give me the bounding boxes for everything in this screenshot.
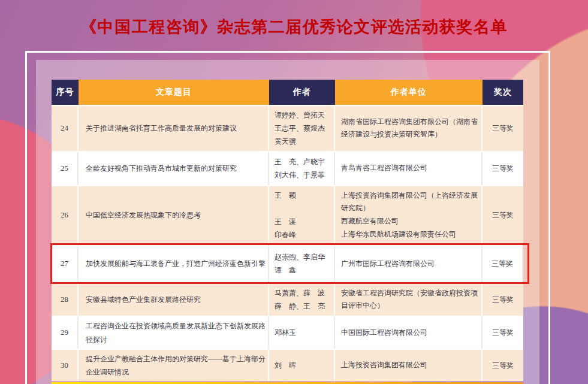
author-organization: 上海投资咨询集团有限公司	[335, 350, 483, 381]
author-organization: 广州市国际工程咨询有限公司	[335, 245, 483, 282]
table-row: 28 安徽县域特色产业集群发展路径研究 马萧萧、薛 波 薛 静、王 亮 安徽省工…	[52, 282, 523, 316]
article-title: 提升企业产教融合主体作用的对策研究——基于上海部分企业调研情况	[79, 350, 269, 381]
award-level: 三等奖	[483, 317, 523, 348]
award-level: 三等奖	[483, 186, 523, 244]
author-organization: 湖南省国际工程咨询集团有限公司（湖南省经济建设与投资决策研究智库）	[335, 106, 483, 151]
column-header: 文章题目	[79, 80, 269, 105]
authors: 王 颖 王 谋 印春峰	[269, 186, 335, 244]
column-header: 作者	[269, 80, 335, 105]
table-row: 29 工程咨询企业在投资领域高质量发展新业态下创新发展路径探讨 邓林玉 中国国际…	[52, 316, 523, 348]
author-organization: 上海投资咨询集团有限公司（上咨经济发展研究院） 西藏航空有限公司 上海华东民航机…	[335, 186, 483, 244]
table-header-row: 序号文章题目作者作者单位奖次	[52, 80, 523, 105]
table-row: 24 关于推进湖南省托育工作高质量发展的对策建议 谭婷婷、曾拓天 王志平、蔡煜杰…	[52, 105, 523, 151]
column-header: 奖次	[483, 80, 523, 105]
row-number: 25	[52, 152, 79, 185]
article-title: 工程咨询企业在投资领域高质量发展新业态下创新发展路径探讨	[79, 317, 269, 348]
award-level: 三等奖	[483, 350, 523, 381]
authors: 王 亮、卢晓宇 刘大伟、于景菲	[269, 152, 335, 185]
award-level: 三等奖	[483, 283, 523, 316]
table-row: 27 加快发展船舶与海工装备产业，打造广州经济蓝色新引擎 赵崇煦、李启华 谭 鑫…	[52, 244, 523, 282]
table-body: 24 关于推进湖南省托育工作高质量发展的对策建议 谭婷婷、曾拓天 王志平、蔡煜杰…	[52, 105, 523, 381]
article-title: 关于推进湖南省托育工作高质量发展的对策建议	[79, 106, 269, 151]
row-number: 28	[52, 283, 79, 316]
row-number: 26	[52, 186, 79, 244]
article-title: 安徽县域特色产业集群发展路径研究	[79, 283, 269, 316]
row-number: 24	[52, 106, 79, 151]
authors: 邓林玉	[269, 317, 335, 348]
authors: 谭婷婷、曾拓天 王志平、蔡煜杰 黄天骥	[269, 106, 335, 151]
row-number: 29	[52, 317, 79, 348]
table-row: 25 全龄友好视角下推动青岛市城市更新的对策研究 王 亮、卢晓宇 刘大伟、于景菲…	[52, 151, 523, 185]
award-level: 三等奖	[483, 106, 523, 151]
article-title: 加快发展船舶与海工装备产业，打造广州经济蓝色新引擎	[79, 245, 269, 282]
column-header: 作者单位	[335, 80, 483, 105]
author-organization: 安徽省工程咨询研究院（安徽省政府投资项目评审中心）	[335, 283, 483, 316]
table-row: 30 提升企业产教融合主体作用的对策研究——基于上海部分企业调研情况 刘 晖 上…	[52, 349, 523, 381]
article-title: 全龄友好视角下推动青岛市城市更新的对策研究	[79, 152, 269, 185]
author-organization: 中国国际工程咨询有限公司	[335, 317, 483, 348]
table-row: 26 中国低空经济发展热现象下的冷思考 王 颖 王 谋 印春峰 上海投资咨询集团…	[52, 185, 523, 244]
column-header: 序号	[52, 80, 79, 105]
award-table: 序号文章题目作者作者单位奖次 24 关于推进湖南省托育工作高质量发展的对策建议 …	[52, 80, 523, 384]
award-level: 三等奖	[483, 245, 523, 282]
award-level: 三等奖	[483, 152, 523, 185]
article-title: 中国低空经济发展热现象下的冷思考	[79, 186, 269, 244]
page-title: 《中国工程咨询》杂志第二届优秀论文评选活动获奖名单	[0, 16, 588, 38]
authors: 赵崇煦、李启华 谭 鑫	[269, 245, 335, 282]
authors: 刘 晖	[269, 350, 335, 381]
author-organization: 青岛青咨工程咨询有限公司	[335, 152, 483, 185]
row-number: 27	[52, 245, 79, 282]
authors: 马萧萧、薛 波 薛 静、王 亮	[269, 283, 335, 316]
row-number: 30	[52, 350, 79, 381]
